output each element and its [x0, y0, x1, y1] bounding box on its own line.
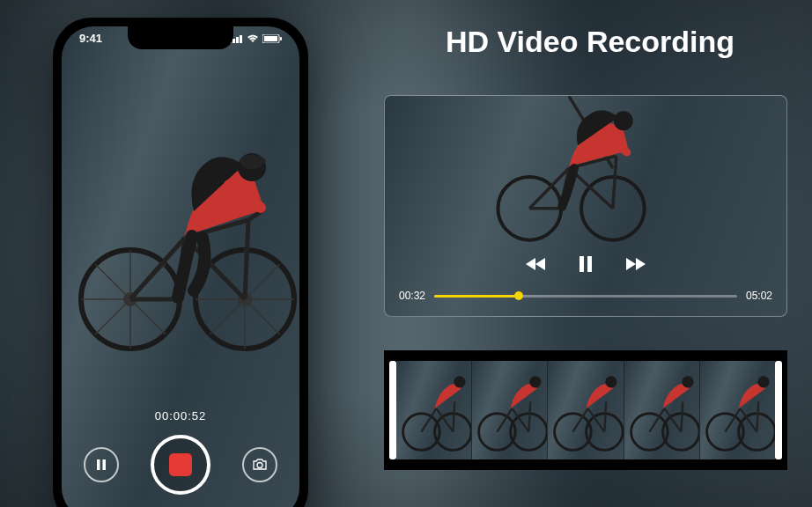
- stop-icon: [169, 453, 192, 476]
- svg-line-35: [613, 156, 616, 209]
- total-time: 05:02: [746, 290, 772, 302]
- page-title: HD Video Recording: [396, 25, 784, 59]
- svg-line-23: [245, 220, 248, 299]
- camera-viewfinder: [62, 70, 299, 370]
- svg-rect-1: [233, 39, 235, 43]
- trim-handle-left[interactable]: [389, 361, 396, 459]
- progress-bar-row: 00:32 05:02: [399, 290, 772, 302]
- svg-line-59: [605, 402, 607, 432]
- svg-line-53: [529, 402, 531, 432]
- thumbnail: [624, 361, 699, 459]
- recording-controls: 00:00:52: [62, 409, 299, 495]
- pause-icon: [579, 256, 593, 272]
- svg-point-68: [757, 376, 769, 387]
- svg-rect-41: [587, 256, 592, 272]
- filmstrip: [384, 350, 787, 470]
- filmstrip-thumbs[interactable]: [396, 361, 775, 459]
- svg-rect-40: [579, 256, 584, 272]
- status-time: 9:41: [79, 32, 102, 45]
- battery-icon: [262, 34, 282, 43]
- camera-icon: [252, 459, 268, 471]
- svg-rect-2: [236, 37, 239, 43]
- svg-rect-27: [97, 459, 100, 470]
- play-pause-button[interactable]: [572, 251, 599, 277]
- svg-point-44: [454, 376, 465, 387]
- wifi-icon: [247, 34, 259, 43]
- forward-button[interactable]: [622, 251, 648, 277]
- svg-point-56: [606, 376, 617, 387]
- recording-timer: 00:00:52: [155, 409, 207, 422]
- svg-rect-3: [240, 35, 242, 43]
- svg-rect-6: [280, 37, 282, 40]
- svg-point-29: [257, 463, 262, 468]
- phone-mockup: 9:41: [53, 18, 308, 507]
- trim-handle-right[interactable]: [775, 361, 782, 459]
- svg-line-47: [453, 402, 454, 432]
- svg-point-62: [682, 376, 693, 387]
- rewind-button[interactable]: [523, 251, 550, 277]
- status-icons: [229, 32, 282, 45]
- progress-fill: [434, 295, 519, 298]
- camera-button[interactable]: [242, 447, 277, 482]
- progress-knob[interactable]: [514, 291, 523, 300]
- svg-line-65: [681, 402, 683, 432]
- phone-notch: [128, 26, 233, 49]
- svg-line-71: [757, 402, 758, 432]
- svg-rect-28: [103, 459, 107, 470]
- video-frame: [385, 96, 786, 246]
- progress-bar[interactable]: [434, 295, 737, 298]
- pause-button[interactable]: [84, 447, 119, 482]
- playback-controls: [385, 251, 786, 277]
- thumbnail: [699, 361, 775, 459]
- svg-point-50: [530, 376, 542, 387]
- phone-screen: 9:41: [62, 26, 299, 507]
- video-player: 00:32 05:02: [384, 95, 787, 317]
- pause-icon: [95, 459, 107, 471]
- current-time: 00:32: [399, 290, 425, 302]
- svg-point-39: [614, 111, 633, 130]
- svg-rect-5: [264, 36, 277, 41]
- thumbnail: [396, 361, 471, 459]
- thumbnail: [547, 361, 623, 459]
- rewind-icon: [526, 257, 547, 271]
- record-stop-button[interactable]: [151, 435, 210, 495]
- forward-icon: [624, 257, 646, 271]
- thumbnail: [471, 361, 547, 459]
